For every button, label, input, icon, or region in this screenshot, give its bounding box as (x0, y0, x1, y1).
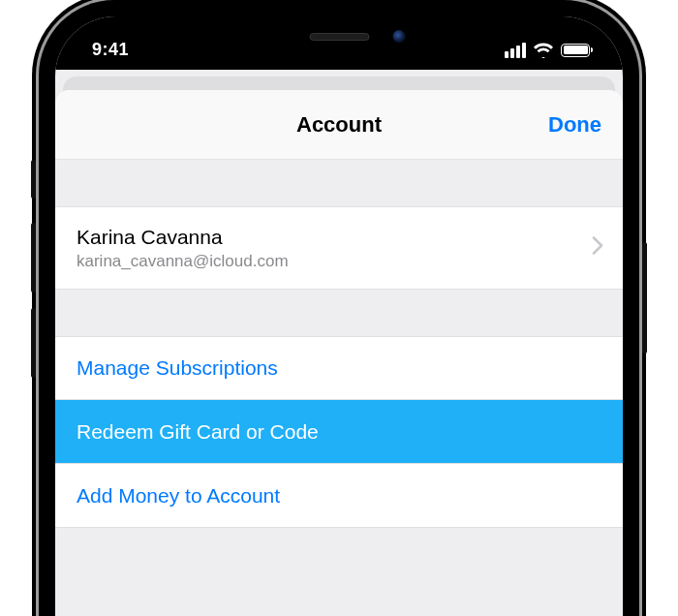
user-email-label: karina_cavanna@icloud.com (77, 251, 289, 271)
volume-down-button[interactable] (31, 308, 36, 378)
speaker-grille (309, 33, 369, 41)
manage-subscriptions-label: Manage Subscriptions (77, 356, 278, 380)
phone-frame: 9:41 Account Done (39, 0, 639, 616)
done-button[interactable]: Done (548, 112, 601, 138)
add-money-row[interactable]: Add Money to Account (55, 464, 623, 528)
user-name-label: Karina Cavanna (77, 225, 289, 250)
page-title: Account (296, 112, 382, 138)
account-sheet: Account Done Karina Cavanna karina_cavan… (55, 90, 623, 616)
battery-icon (561, 44, 590, 57)
account-user-row[interactable]: Karina Cavanna karina_cavanna@icloud.com (55, 206, 623, 290)
chevron-right-icon (592, 236, 603, 261)
redeem-gift-card-label: Redeem Gift Card or Code (77, 420, 319, 444)
sheet-header: Account Done (55, 90, 623, 160)
front-camera (392, 30, 405, 43)
add-money-label: Add Money to Account (77, 484, 280, 508)
notch (216, 16, 463, 53)
cellular-signal-icon (505, 43, 526, 58)
phone-screen: 9:41 Account Done (55, 16, 623, 616)
power-button[interactable] (642, 242, 647, 354)
volume-up-button[interactable] (31, 223, 36, 293)
spacer (55, 290, 623, 336)
status-time: 9:41 (84, 40, 129, 60)
redeem-gift-card-row[interactable]: Redeem Gift Card or Code (55, 400, 623, 464)
manage-subscriptions-row[interactable]: Manage Subscriptions (55, 336, 623, 400)
spacer (55, 160, 623, 206)
wifi-icon (533, 43, 554, 58)
mute-switch[interactable] (31, 160, 36, 199)
